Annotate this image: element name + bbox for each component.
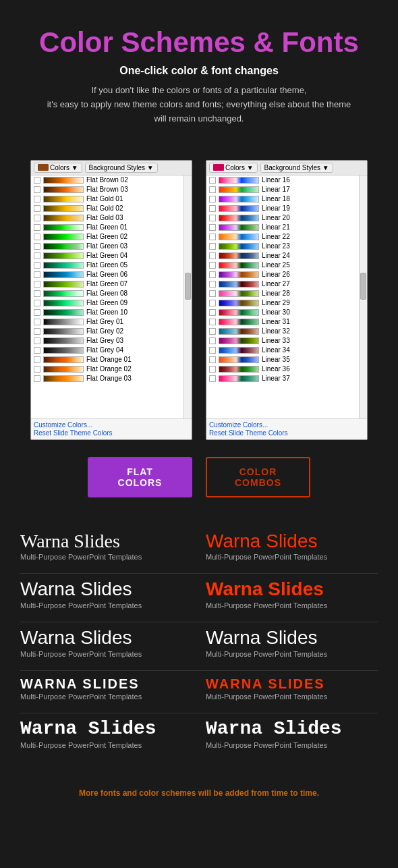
list-item[interactable]: Linear 28 bbox=[206, 289, 359, 298]
item-checkbox[interactable] bbox=[34, 337, 40, 344]
list-item[interactable]: Flat Grey 01 bbox=[31, 317, 183, 327]
item-checkbox[interactable] bbox=[34, 290, 40, 297]
item-checkbox[interactable] bbox=[209, 262, 216, 269]
item-checkbox[interactable] bbox=[209, 224, 216, 231]
right-colors-button[interactable]: Colors ▼ bbox=[209, 163, 258, 173]
list-item[interactable]: Linear 33 bbox=[206, 336, 359, 346]
list-item[interactable]: Flat Grey 02 bbox=[31, 327, 183, 336]
left-bg-button[interactable]: Background Styles ▼ bbox=[85, 163, 158, 173]
list-item[interactable]: Linear 29 bbox=[206, 298, 359, 308]
item-checkbox[interactable] bbox=[209, 271, 216, 278]
flat-colors-button[interactable]: FLAT COLORS bbox=[88, 457, 192, 497]
list-item[interactable]: Linear 18 bbox=[206, 194, 359, 204]
item-checkbox[interactable] bbox=[209, 319, 216, 325]
list-item[interactable]: Linear 23 bbox=[206, 242, 359, 251]
list-item[interactable]: Linear 26 bbox=[206, 270, 359, 279]
list-item[interactable]: Flat Gold 02 bbox=[31, 204, 183, 213]
item-checkbox[interactable] bbox=[34, 281, 40, 288]
item-checkbox[interactable] bbox=[34, 205, 40, 212]
item-checkbox[interactable] bbox=[34, 347, 40, 354]
item-checkbox[interactable] bbox=[209, 290, 216, 297]
item-checkbox[interactable] bbox=[209, 375, 216, 382]
item-checkbox[interactable] bbox=[34, 224, 40, 231]
left-customize-link[interactable]: Customize Colors... bbox=[34, 421, 189, 429]
list-item[interactable]: Linear 19 bbox=[206, 204, 359, 213]
list-item[interactable]: Linear 31 bbox=[206, 317, 359, 327]
item-checkbox[interactable] bbox=[209, 328, 216, 335]
list-item[interactable]: Flat Green 04 bbox=[31, 251, 183, 261]
list-item[interactable]: Flat Green 03 bbox=[31, 242, 183, 251]
item-checkbox[interactable] bbox=[209, 205, 216, 212]
list-item[interactable]: Flat Orange 02 bbox=[31, 364, 183, 374]
item-checkbox[interactable] bbox=[209, 177, 216, 184]
item-checkbox[interactable] bbox=[34, 309, 40, 316]
list-item[interactable]: Linear 34 bbox=[206, 346, 359, 355]
left-colors-button[interactable]: Colors ▼ bbox=[34, 163, 82, 173]
item-checkbox[interactable] bbox=[34, 252, 40, 259]
item-checkbox[interactable] bbox=[34, 319, 40, 325]
list-item[interactable]: Linear 24 bbox=[206, 251, 359, 261]
item-checkbox[interactable] bbox=[34, 300, 40, 306]
color-combos-button[interactable]: COLOR COMBOS bbox=[206, 457, 310, 497]
item-checkbox[interactable] bbox=[209, 196, 216, 202]
right-bg-button[interactable]: Background Styles ▼ bbox=[260, 163, 333, 173]
right-scrollbar-thumb[interactable] bbox=[360, 273, 366, 300]
list-item[interactable]: Flat Green 08 bbox=[31, 289, 183, 298]
list-item[interactable]: Linear 20 bbox=[206, 213, 359, 223]
list-item[interactable]: Flat Gold 01 bbox=[31, 194, 183, 204]
item-checkbox[interactable] bbox=[209, 366, 216, 373]
list-item[interactable]: Flat Orange 03 bbox=[31, 374, 183, 383]
list-item[interactable]: Linear 25 bbox=[206, 261, 359, 270]
item-checkbox[interactable] bbox=[34, 243, 40, 250]
list-item[interactable]: Linear 17 bbox=[206, 185, 359, 194]
left-scrollbar[interactable] bbox=[183, 175, 192, 418]
item-checkbox[interactable] bbox=[34, 234, 40, 240]
item-checkbox[interactable] bbox=[209, 300, 216, 306]
list-item[interactable]: Linear 16 bbox=[206, 175, 359, 185]
list-item[interactable]: Linear 37 bbox=[206, 374, 359, 383]
item-checkbox[interactable] bbox=[209, 337, 216, 344]
item-checkbox[interactable] bbox=[34, 328, 40, 335]
item-checkbox[interactable] bbox=[34, 262, 40, 269]
item-checkbox[interactable] bbox=[209, 347, 216, 354]
item-checkbox[interactable] bbox=[34, 186, 40, 193]
list-item[interactable]: Linear 30 bbox=[206, 308, 359, 317]
left-reset-link[interactable]: Reset Slide Theme Colors bbox=[34, 429, 189, 437]
list-item[interactable]: Linear 35 bbox=[206, 355, 359, 364]
item-checkbox[interactable] bbox=[34, 177, 40, 184]
list-item[interactable]: Flat Green 01 bbox=[31, 223, 183, 232]
list-item[interactable]: Flat Grey 04 bbox=[31, 346, 183, 355]
item-checkbox[interactable] bbox=[34, 366, 40, 373]
list-item[interactable]: Linear 32 bbox=[206, 327, 359, 336]
list-item[interactable]: Linear 22 bbox=[206, 232, 359, 242]
item-checkbox[interactable] bbox=[209, 281, 216, 288]
item-checkbox[interactable] bbox=[209, 252, 216, 259]
item-checkbox[interactable] bbox=[209, 309, 216, 316]
list-item[interactable]: Flat Brown 03 bbox=[31, 185, 183, 194]
list-item[interactable]: Flat Green 06 bbox=[31, 270, 183, 279]
item-checkbox[interactable] bbox=[34, 375, 40, 382]
item-checkbox[interactable] bbox=[34, 196, 40, 202]
right-reset-link[interactable]: Reset Slide Theme Colors bbox=[209, 429, 364, 437]
list-item[interactable]: Linear 27 bbox=[206, 279, 359, 289]
right-customize-link[interactable]: Customize Colors... bbox=[209, 421, 364, 429]
item-checkbox[interactable] bbox=[34, 271, 40, 278]
list-item[interactable]: Flat Green 05 bbox=[31, 261, 183, 270]
list-item[interactable]: Flat Green 09 bbox=[31, 298, 183, 308]
item-checkbox[interactable] bbox=[209, 186, 216, 193]
list-item[interactable]: Flat Green 07 bbox=[31, 279, 183, 289]
list-item[interactable]: Flat Gold 03 bbox=[31, 213, 183, 223]
list-item[interactable]: Flat Grey 03 bbox=[31, 336, 183, 346]
list-item[interactable]: Flat Green 10 bbox=[31, 308, 183, 317]
list-item[interactable]: Linear 36 bbox=[206, 364, 359, 374]
list-item[interactable]: Flat Brown 02 bbox=[31, 175, 183, 185]
list-item[interactable]: Flat Green 02 bbox=[31, 232, 183, 242]
item-checkbox[interactable] bbox=[34, 215, 40, 221]
left-scrollbar-thumb[interactable] bbox=[185, 273, 191, 300]
item-checkbox[interactable] bbox=[209, 243, 216, 250]
list-item[interactable]: Linear 21 bbox=[206, 223, 359, 232]
right-scrollbar[interactable] bbox=[359, 175, 367, 418]
item-checkbox[interactable] bbox=[209, 234, 216, 240]
item-checkbox[interactable] bbox=[209, 215, 216, 221]
item-checkbox[interactable] bbox=[34, 356, 40, 363]
